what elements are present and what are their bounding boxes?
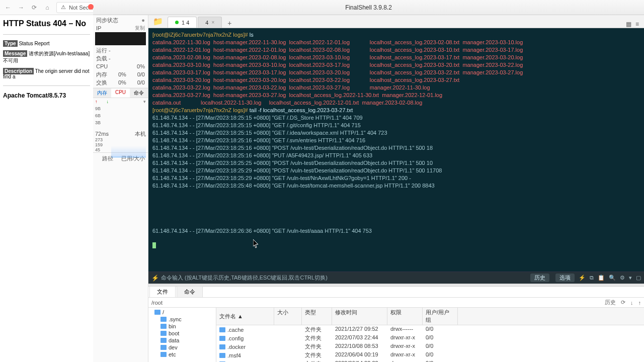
file-list-rows[interactable]: .cache文件夹2021/12/27 09:52drwx------0/0.c…	[216, 325, 644, 362]
reload-button[interactable]: ⟳	[30, 4, 38, 12]
table-row[interactable]: .cache文件夹2021/12/27 09:52drwx------0/0	[216, 325, 644, 334]
paste-icon[interactable]: 📋	[598, 275, 605, 281]
home-button[interactable]: ⌂	[43, 4, 51, 12]
type-tag: Type	[3, 40, 18, 47]
refresh-icon[interactable]: ⟳	[621, 299, 625, 306]
copy-icon[interactable]: ⧉	[590, 275, 594, 281]
chevron-down-icon[interactable]: ▾	[143, 99, 146, 104]
lightning-icon: ⚡	[151, 275, 159, 282]
folder-tree[interactable]: /.syncbinbootdatadevetc	[148, 308, 216, 362]
load-label: 负载 -	[96, 55, 111, 62]
close-tab-icon[interactable]: ×	[211, 20, 214, 25]
cpu-label: CPU	[96, 63, 108, 70]
ip-label: IP	[96, 25, 101, 32]
session-tab-2[interactable]: 4×	[198, 17, 222, 28]
session-tabs: 📁 1 4 4× + ▦ ≡	[148, 15, 644, 28]
tomcat-error-page: HTTP Status 404 – No Type Status Report …	[0, 15, 93, 362]
sync-label: 同步状态	[96, 17, 118, 24]
folder-icon	[219, 353, 225, 358]
stats-sidebar: 同步状态● IP复制 运行 - 负载 - CPU0% 内存0%0/0 交换0%0…	[93, 15, 148, 362]
finalshell-window: FinalShell 3.9.8.2 同步状态● IP复制 运行 - 负载 - …	[93, 0, 644, 362]
table-row[interactable]: .config文件夹2022/07/03 22:44drwxr-xr-x0/0	[216, 334, 644, 342]
filepanel-tab-file[interactable]: 文件	[149, 286, 176, 297]
search-icon[interactable]: 🔍	[609, 275, 616, 281]
swap-label: 交换	[96, 79, 107, 86]
bolt-icon[interactable]: ⚡	[579, 275, 586, 281]
file-list-header[interactable]: 文件名 ▲ 大小 类型 修改时间 权限 用户/用户组	[216, 308, 644, 325]
local-label: 本机	[135, 130, 146, 137]
net-chart: 9B 6B 3B	[93, 105, 148, 130]
path-text[interactable]: /root	[151, 300, 163, 306]
table-row[interactable]: .docker文件夹2022/10/08 08:53drwxr-xr-x0/0	[216, 342, 644, 351]
fullscreen-icon[interactable]: ▢	[636, 275, 641, 281]
folder-icon	[154, 310, 160, 315]
tab-cmd[interactable]: 命令	[130, 88, 148, 98]
ip-field-redacted	[95, 32, 146, 45]
window-title: FinalShell 3.9.8.2	[345, 4, 392, 11]
table-row[interactable]: .npm文件夹2022/06/14 22:22drwxr-xr-x0/0	[216, 359, 644, 362]
folder-icon	[219, 327, 225, 332]
folder-icon	[160, 331, 167, 336]
filepanel-tab-cmd[interactable]: 命令	[177, 286, 203, 297]
options-button[interactable]: 选项	[555, 274, 575, 282]
tree-item[interactable]: /	[150, 309, 214, 316]
expand-icon[interactable]: ▾	[629, 275, 632, 281]
forward-button[interactable]: →	[17, 4, 25, 12]
tree-item[interactable]: etc	[150, 351, 214, 358]
mem-label: 内存	[96, 71, 107, 78]
terminal-output[interactable]: [root@iZj6c7aruerbv7nja7hx2nZ logs]# ls …	[148, 28, 644, 272]
tab-cpu[interactable]: CPU	[111, 88, 129, 98]
terminal-cursor	[152, 242, 156, 248]
folder-icon	[160, 324, 167, 329]
latency-sparkline	[111, 138, 146, 157]
tree-item[interactable]: boot	[150, 330, 214, 337]
session-tab-1[interactable]: 1 4	[168, 17, 197, 28]
window-titlebar: FinalShell 3.9.8.2	[93, 0, 644, 15]
folder-icon	[160, 345, 167, 350]
add-tab-button[interactable]: +	[225, 19, 234, 28]
grid-view-icon[interactable]: ▦	[626, 21, 631, 28]
tree-item[interactable]: dev	[150, 344, 214, 351]
gear-icon[interactable]: ⚙	[620, 275, 625, 281]
command-input-bar[interactable]: ⚡ 命令输入 (按ALT键提示历史,TAB键路径,ESC键返回,双击CTRL切换…	[148, 272, 644, 284]
download-icon[interactable]: ↓	[630, 300, 633, 306]
folder-icon	[160, 338, 167, 343]
window-controls[interactable]	[88, 4, 94, 10]
sync-dot: ●	[141, 17, 145, 24]
folder-icon	[219, 344, 225, 349]
back-button[interactable]: ←	[4, 4, 12, 12]
status-dot-icon	[175, 21, 179, 24]
tree-item[interactable]: .sync	[150, 316, 214, 323]
command-placeholder: 命令输入 (按ALT键提示历史,TAB键路径,ESC键返回,双击CTRL切换)	[161, 274, 328, 282]
tab-mem[interactable]: 内存	[93, 88, 111, 98]
path-history-button[interactable]: 历史	[605, 299, 616, 306]
folder-icon[interactable]: 📁	[152, 16, 164, 27]
up-arrow-icon: ↑	[95, 99, 98, 104]
folder-icon	[160, 317, 167, 322]
mouse-pointer-icon	[253, 239, 259, 248]
copy-button[interactable]: 复制	[135, 25, 145, 32]
folder-icon	[219, 336, 225, 341]
run-label: 运行 -	[96, 47, 111, 54]
message-tag: Message	[3, 50, 27, 57]
close-icon[interactable]	[88, 4, 94, 10]
list-view-icon[interactable]: ≡	[635, 21, 639, 28]
insecure-warning-icon: ⚠	[61, 4, 66, 11]
upload-icon[interactable]: ↑	[638, 300, 641, 306]
page-title: HTTP Status 404 – No	[3, 19, 90, 28]
folder-icon	[160, 352, 167, 357]
sidebar-tabs[interactable]: 内存 CPU 命令	[93, 88, 148, 98]
file-panel: 文件 命令 /root 历史 ⟳ ↓ ↑ /.syncbinbootdatade…	[148, 287, 644, 362]
history-button[interactable]: 历史	[530, 274, 549, 282]
tree-item[interactable]: bin	[150, 323, 214, 330]
tree-item[interactable]: data	[150, 337, 214, 344]
server-version: Apache Tomcat/8.5.73	[3, 92, 90, 99]
down-arrow-icon: ↓	[107, 99, 109, 104]
table-row[interactable]: .msf4文件夹2022/06/04 00:19drwxr-xr-x0/0	[216, 351, 644, 359]
ping-label: 72ms	[95, 130, 109, 137]
